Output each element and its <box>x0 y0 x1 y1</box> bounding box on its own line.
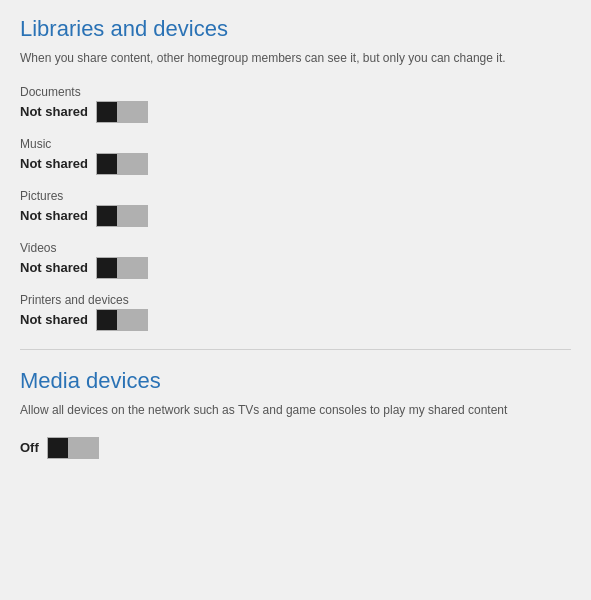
section-divider <box>20 349 571 350</box>
pictures-thumb <box>97 206 117 226</box>
documents-label: Documents <box>20 85 571 99</box>
libraries-title: Libraries and devices <box>20 16 571 42</box>
documents-toggle[interactable] <box>96 101 148 123</box>
libraries-section: Libraries and devices When you share con… <box>20 16 571 331</box>
music-track <box>96 153 148 175</box>
printers-thumb <box>97 310 117 330</box>
documents-status: Not shared <box>20 104 88 119</box>
printers-track <box>96 309 148 331</box>
music-label: Music <box>20 137 571 151</box>
music-status: Not shared <box>20 156 88 171</box>
pictures-toggle[interactable] <box>96 205 148 227</box>
media-thumb <box>48 438 68 458</box>
pictures-track <box>96 205 148 227</box>
documents-track <box>96 101 148 123</box>
media-status: Off <box>20 440 39 455</box>
music-thumb <box>97 154 117 174</box>
videos-row: Videos Not shared <box>20 241 571 279</box>
videos-toggle[interactable] <box>96 257 148 279</box>
libraries-description: When you share content, other homegroup … <box>20 50 571 67</box>
documents-thumb <box>97 102 117 122</box>
videos-toggle-track[interactable] <box>96 257 148 279</box>
media-track <box>47 437 99 459</box>
printers-row: Printers and devices Not shared <box>20 293 571 331</box>
documents-row: Documents Not shared <box>20 85 571 123</box>
media-status-row: Off <box>20 437 571 459</box>
media-toggle[interactable] <box>47 437 99 459</box>
printers-toggle[interactable] <box>96 309 148 331</box>
media-toggle-track[interactable] <box>47 437 99 459</box>
pictures-label: Pictures <box>20 189 571 203</box>
pictures-toggle-track[interactable] <box>96 205 148 227</box>
videos-status: Not shared <box>20 260 88 275</box>
pictures-row: Pictures Not shared <box>20 189 571 227</box>
documents-toggle-track[interactable] <box>96 101 148 123</box>
printers-status-row: Not shared <box>20 309 571 331</box>
videos-label: Videos <box>20 241 571 255</box>
media-section: Media devices Allow all devices on the n… <box>20 368 571 459</box>
videos-thumb <box>97 258 117 278</box>
printers-toggle-track[interactable] <box>96 309 148 331</box>
videos-track <box>96 257 148 279</box>
pictures-status: Not shared <box>20 208 88 223</box>
music-toggle-track[interactable] <box>96 153 148 175</box>
printers-label: Printers and devices <box>20 293 571 307</box>
media-description: Allow all devices on the network such as… <box>20 402 571 419</box>
printers-status: Not shared <box>20 312 88 327</box>
pictures-status-row: Not shared <box>20 205 571 227</box>
documents-status-row: Not shared <box>20 101 571 123</box>
music-row: Music Not shared <box>20 137 571 175</box>
videos-status-row: Not shared <box>20 257 571 279</box>
media-devices-row: Off <box>20 437 571 459</box>
music-status-row: Not shared <box>20 153 571 175</box>
media-title: Media devices <box>20 368 571 394</box>
music-toggle[interactable] <box>96 153 148 175</box>
